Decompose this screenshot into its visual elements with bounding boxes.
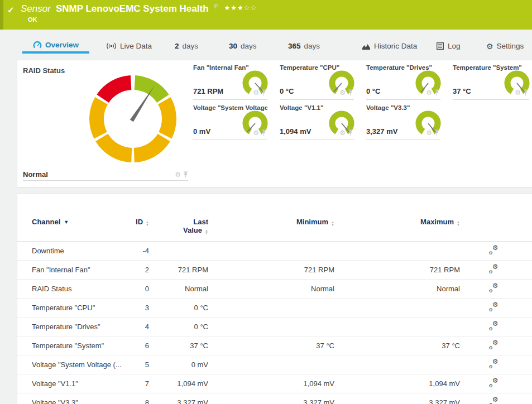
pin-icon[interactable]	[348, 129, 353, 136]
tab-bar: Overview Live Data 2days 30days 365days …	[0, 30, 532, 60]
pin-icon[interactable]	[261, 129, 266, 136]
table-row[interactable]: Voltage "V1.1" 7 1,094 mV 1,094 mV 1,094…	[17, 374, 532, 393]
gauge-tile-temp-cpu[interactable]: Temperature "CPU" 0 °C ⚙	[280, 63, 354, 100]
channel-name: Voltage "V3.3"	[32, 398, 124, 404]
priority-stars[interactable]: ★★★☆☆	[224, 4, 257, 12]
channels-table-panel: Channel▼ ID▲▼ LastValue▲▼ Minimum▲▼ Maxi…	[17, 194, 532, 404]
table-row[interactable]: Temperature "System" 6 37 °C 37 °C 37 °C…	[17, 336, 532, 355]
channel-settings-icon[interactable]: ⚙⚙	[489, 247, 499, 255]
gauge-value: 0 °C	[280, 87, 294, 95]
gauge-tile-voltage-system[interactable]: Voltage "System Voltage (12... 0 mV ⚙	[193, 103, 267, 140]
stars-filled: ★★★	[224, 4, 243, 12]
gauge-value: 1,094 mV	[280, 127, 311, 136]
pin-icon[interactable]	[348, 89, 353, 96]
channel-settings-icon[interactable]: ⚙⚙	[489, 285, 499, 293]
sort-desc-icon: ▼	[64, 219, 69, 225]
gauge-value: 0 mV	[193, 127, 210, 136]
channel-name: Voltage "System Voltage (...	[32, 360, 124, 369]
pin-icon[interactable]	[434, 129, 439, 136]
live-data-icon	[106, 42, 117, 50]
channel-settings-icon[interactable]: ⚙⚙	[489, 323, 499, 331]
settings-gear-icon: ⚙	[486, 42, 493, 51]
channel-name: Voltage "V1.1"	[32, 379, 124, 388]
gauge-icon	[33, 41, 42, 50]
tab-live-data[interactable]: Live Data	[106, 39, 152, 54]
table-row[interactable]: RAID Status 0 Normal Normal Normal ⚙⚙	[17, 280, 532, 299]
channel-settings-icon[interactable]: ⚙⚙	[489, 398, 499, 404]
table-row[interactable]: Temperature "Drives" 4 0 °C ⚙⚙	[17, 318, 532, 336]
tab-30-days[interactable]: 30days	[229, 39, 257, 54]
tab-365-days[interactable]: 365days	[288, 39, 320, 54]
col-channel[interactable]: Channel▼	[32, 218, 124, 235]
gauge-value: 0 °C	[366, 87, 380, 95]
gauge-value: 37 °C	[453, 87, 471, 95]
log-icon	[436, 42, 444, 50]
pin-icon[interactable]	[434, 89, 439, 96]
tab-settings[interactable]: ⚙ Settings	[486, 39, 524, 54]
gear-icon[interactable]: ⚙	[339, 129, 346, 136]
channel-settings-icon[interactable]: ⚙⚙	[489, 360, 499, 369]
channel-name: Fan "Internal Fan"	[32, 266, 124, 274]
table-row[interactable]: Voltage "System Voltage (... 5 0 mV ⚙⚙	[17, 355, 532, 374]
sensor-header: ✓ Sensor SNMP LenovoEMC System Health ⚐ …	[0, 0, 532, 30]
channel-settings-icon[interactable]: ⚙⚙	[489, 304, 499, 312]
col-minimum[interactable]: Minimum▲▼	[208, 218, 334, 235]
pin-icon[interactable]	[261, 89, 266, 96]
gauge-tile-fan-internal[interactable]: Fan "Internal Fan" 721 RPM ⚙	[193, 63, 267, 100]
channel-settings-icon[interactable]: ⚙⚙	[489, 379, 499, 388]
tab-label: Overview	[45, 41, 79, 49]
gear-icon[interactable]: ⚙	[253, 129, 259, 136]
tab-label: Settings	[497, 42, 524, 50]
gear-icon[interactable]: ⚙	[339, 89, 346, 96]
stars-empty: ☆☆	[244, 4, 257, 12]
tab-label: Historic Data	[374, 42, 417, 50]
table-row[interactable]: Temperature "CPU" 3 0 °C ⚙⚙	[17, 299, 532, 318]
historic-chart-icon	[362, 42, 371, 50]
tab-label: Log	[448, 42, 461, 50]
gauge-tile-temp-system[interactable]: Temperature "System" 37 °C ⚙	[453, 63, 529, 100]
gear-icon[interactable]: ⚙	[253, 89, 259, 96]
gauge-tile-voltage-v11[interactable]: Voltage "V1.1" 1,094 mV ⚙	[280, 103, 354, 140]
channel-settings-icon[interactable]: ⚙⚙	[489, 342, 499, 350]
page-title: SNMP LenovoEMC System Health	[56, 3, 209, 15]
pin-icon[interactable]	[183, 171, 188, 178]
table-row[interactable]: Downtime -4 ⚙⚙	[17, 242, 532, 261]
gear-icon[interactable]: ⚙	[426, 129, 432, 136]
col-maximum[interactable]: Maximum▲▼	[334, 218, 460, 235]
table-row[interactable]: Voltage "V3.3" 8 3,327 mV 3,327 mV 3,327…	[17, 393, 532, 404]
col-last-value[interactable]: LastValue▲▼	[149, 218, 208, 235]
tab-overview[interactable]: Overview	[22, 39, 89, 54]
tab-2-days[interactable]: 2days	[175, 39, 198, 54]
sensor-kind-label: Sensor	[21, 3, 51, 15]
gauge-title: RAID Status	[23, 66, 65, 75]
table-header: Channel▼ ID▲▼ LastValue▲▼ Minimum▲▼ Maxi…	[17, 194, 532, 242]
channel-name: Temperature "CPU"	[32, 304, 124, 312]
pin-icon[interactable]	[523, 89, 528, 96]
gauge-tile-temp-drives[interactable]: Temperature "Drives" 0 °C ⚙	[366, 63, 440, 100]
tab-label: Live Data	[120, 42, 152, 50]
channel-name: Temperature "System"	[32, 342, 124, 350]
gear-icon[interactable]: ⚙	[175, 171, 181, 178]
gauge-value: 3,327 mV	[366, 127, 397, 136]
raid-status-gauge[interactable]: RAID Status Normal ⚙	[23, 63, 188, 181]
flag-icon[interactable]: ⚐	[214, 3, 219, 10]
status-check-icon: ✓	[7, 5, 15, 15]
channel-name: RAID Status	[32, 285, 124, 293]
gauge-tile-voltage-v33[interactable]: Voltage "V3.3" 3,327 mV ⚙	[366, 103, 440, 140]
col-id[interactable]: ID▲▼	[124, 218, 149, 235]
channel-name: Downtime	[32, 247, 124, 255]
raid-donut-dial	[85, 71, 180, 166]
gear-icon[interactable]: ⚙	[515, 89, 521, 96]
status-badge: OK	[28, 16, 37, 23]
gear-icon[interactable]: ⚙	[426, 89, 432, 96]
gauges-panel: RAID Status Normal ⚙ Fan "Internal Fan" …	[17, 60, 532, 187]
gauge-value: 721 RPM	[193, 87, 223, 95]
channel-name: Temperature "Drives"	[32, 323, 124, 331]
tab-historic-data[interactable]: Historic Data	[362, 39, 417, 54]
channel-settings-icon[interactable]: ⚙⚙	[489, 266, 499, 274]
gauge-value: Normal	[23, 170, 48, 179]
table-row[interactable]: Fan "Internal Fan" 2 721 RPM 721 RPM 721…	[17, 261, 532, 280]
tab-log[interactable]: Log	[436, 39, 461, 54]
